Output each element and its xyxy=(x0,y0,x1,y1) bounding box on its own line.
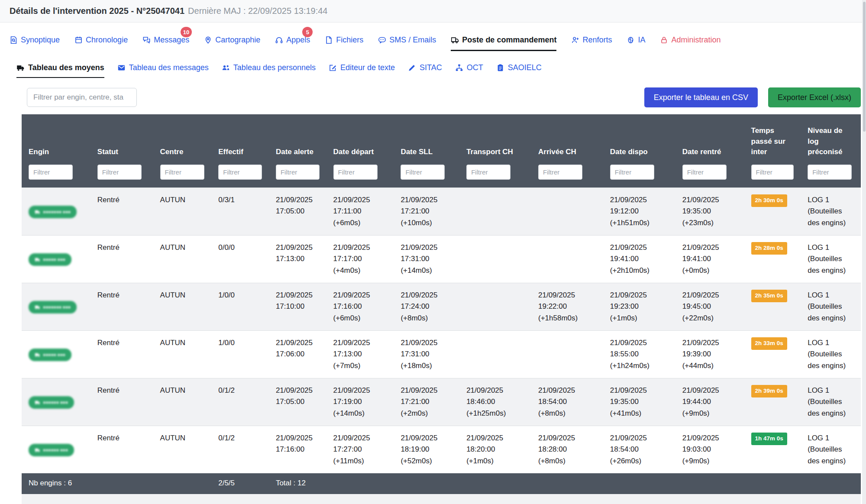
global-filter-input[interactable] xyxy=(27,88,137,107)
tab-appels[interactable]: 5 Appels xyxy=(275,36,310,51)
cell-effectif: 1/0/0 xyxy=(211,283,269,330)
subtab-label: Tableau des personnels xyxy=(233,63,316,72)
brain-icon xyxy=(627,36,635,44)
subtab-tableau-des-moyens[interactable]: Tableau des moyens xyxy=(16,63,104,78)
tab-ia[interactable]: IA xyxy=(627,36,645,51)
tab-fichiers[interactable]: Fichiers xyxy=(325,36,363,51)
col-engin: Engin xyxy=(22,114,90,163)
cell-date-alerte: 21/09/2025 17:05:00 xyxy=(269,378,326,426)
sms-icon xyxy=(378,36,386,44)
temps-badge: 2h 30m 0s xyxy=(751,194,787,207)
tab-administration[interactable]: Administration xyxy=(660,36,721,51)
engin-label: ●●●●●● ●●● xyxy=(43,446,68,454)
temps-inter-filter-input[interactable] xyxy=(751,165,794,180)
tab-sms-emails[interactable]: SMS / Emails xyxy=(378,36,436,51)
subtab-tableau-des-personnels[interactable]: Tableau des personnels xyxy=(222,63,316,78)
document-search-icon xyxy=(10,36,18,44)
tab-renforts[interactable]: Renforts xyxy=(571,36,612,51)
col-transport-ch: Transport CH xyxy=(459,114,531,163)
date-alerte-filter-input[interactable] xyxy=(276,165,320,180)
tab-chronologie[interactable]: Chronologie xyxy=(74,36,128,51)
col-date-sll: Date SLL xyxy=(394,114,459,163)
footer-total: Total : 12 xyxy=(269,473,326,494)
tab-messages[interactable]: 10 Messages xyxy=(142,36,189,51)
truck-icon xyxy=(35,257,40,262)
temps-badge: 2h 33m 0s xyxy=(751,337,787,350)
tab-poste-de-commandement[interactable]: Poste de commandement xyxy=(451,36,556,51)
truck-icon xyxy=(35,400,40,405)
cell-centre: AUTUN xyxy=(153,426,212,474)
table-row: ●●●●● ●●● Rentré AUTUN 0/0/0 21/09/2025 … xyxy=(22,235,861,283)
table-body: ●●●●●●● ●●● Rentré AUTUN 0/3/1 21/09/202… xyxy=(22,187,861,473)
cell-date-dispo: 21/09/2025 18:54:00 (+26m0s) xyxy=(603,426,675,474)
table-row: ●●●●●● ●●● Rentré AUTUN 0/1/2 21/09/2025… xyxy=(22,426,861,474)
tab-synoptique[interactable]: Synoptique xyxy=(10,36,60,51)
export-excel-button[interactable]: Exporter Excel (.xlsx) xyxy=(768,87,861,107)
appels-count-badge: 5 xyxy=(302,27,313,37)
cell-effectif: 0/1/2 xyxy=(211,378,269,426)
subtab-label: SITAC xyxy=(420,63,442,72)
subtab-oct[interactable]: OCT xyxy=(455,63,483,78)
vertical-scrollbar[interactable] xyxy=(862,0,866,504)
cell-statut: Rentré xyxy=(90,331,153,378)
truck-icon xyxy=(451,36,459,44)
cell-date-depart: 21/09/2025 17:27:00 (+11m0s) xyxy=(326,426,394,474)
temps-badge: 1h 47m 0s xyxy=(751,433,787,445)
date-dispo-filter-input[interactable] xyxy=(610,165,654,180)
cell-date-dispo: 21/09/2025 18:55:00 (+1h24m0s) xyxy=(603,331,675,378)
engin-filter-input[interactable] xyxy=(29,165,73,180)
cell-centre: AUTUN xyxy=(153,235,212,283)
cell-effectif: 0/0/0 xyxy=(211,235,269,283)
cell-effectif: 0/3/1 xyxy=(211,187,269,235)
engin-badge[interactable]: ●●●●● ●●● xyxy=(29,253,71,266)
tab-cartographie[interactable]: Cartographie xyxy=(204,36,260,51)
cell-transport-ch xyxy=(459,283,531,330)
cell-arrivee-ch xyxy=(531,235,603,283)
cell-effectif: 1/0/0 xyxy=(211,331,269,378)
cell-arrivee-ch: 21/09/2025 19:22:00 (+1h58m0s) xyxy=(531,283,603,330)
cell-date-rentre: 21/09/2025 19:41:00 (+0m0s) xyxy=(675,235,744,283)
cell-date-dispo: 21/09/2025 19:41:00 (+2h10m0s) xyxy=(603,235,675,283)
col-temps-inter: Temps passé sur inter xyxy=(744,114,801,163)
centre-filter-input[interactable] xyxy=(160,165,204,180)
engin-badge[interactable]: ●●●●●●● ●●● xyxy=(29,206,77,218)
statut-filter-input[interactable] xyxy=(97,165,142,180)
cell-statut: Rentré xyxy=(90,283,153,330)
cell-engin: ●●●●● ●●● xyxy=(22,235,90,283)
subtab-editeur-de-texte[interactable]: Editeur de texte xyxy=(329,63,395,78)
scrollbar-thumb[interactable] xyxy=(863,2,866,132)
engin-badge[interactable]: ●●●●● ●●● xyxy=(29,349,71,361)
cell-statut: Rentré xyxy=(90,235,153,283)
cell-date-sll: 21/09/2025 17:31:00 (+18m0s) xyxy=(394,331,459,378)
subtab-saoielc[interactable]: SAOIELC xyxy=(496,63,542,78)
col-date-depart: Date départ xyxy=(326,114,394,163)
subtab-sitac[interactable]: SITAC xyxy=(408,63,442,78)
engin-label: ●●●●●● ●●● xyxy=(43,399,68,406)
engin-badge[interactable]: ●●●●●● ●●● xyxy=(29,444,74,456)
table-row: ●●●●●●● ●●● Rentré AUTUN 0/3/1 21/09/202… xyxy=(22,187,861,235)
tab-label: Fichiers xyxy=(336,36,363,45)
date-depart-filter-input[interactable] xyxy=(333,165,378,180)
truck-icon xyxy=(35,304,40,310)
cell-effectif: 0/1/2 xyxy=(211,426,269,474)
engin-badge[interactable]: ●●●●●●● ●●● xyxy=(29,301,77,313)
niveau-log-filter-input[interactable] xyxy=(808,165,852,180)
subtab-tableau-des-messages[interactable]: Tableau des messages xyxy=(117,63,209,78)
filter-row xyxy=(22,163,861,188)
temps-badge: 2h 28m 0s xyxy=(751,242,787,255)
transport-ch-filter-input[interactable] xyxy=(466,165,511,180)
engin-label: ●●●●●●● ●●● xyxy=(43,304,71,311)
cell-centre: AUTUN xyxy=(153,331,212,378)
cell-date-rentre: 21/09/2025 19:03:00 (+9m0s) xyxy=(675,426,744,474)
effectif-filter-input[interactable] xyxy=(218,165,262,180)
pencil-icon xyxy=(408,64,416,72)
arrivee-ch-filter-input[interactable] xyxy=(538,165,582,180)
export-csv-button[interactable]: Exporter le tableau en CSV xyxy=(644,87,758,107)
cell-date-alerte: 21/09/2025 17:06:00 xyxy=(269,331,326,378)
col-date-rentre: Date rentré xyxy=(675,114,744,163)
tab-label: Chronologie xyxy=(86,36,128,45)
engin-badge[interactable]: ●●●●●● ●●● xyxy=(29,396,74,409)
footer-nb-engins: Nb engins : 6 xyxy=(22,473,90,494)
date-sll-filter-input[interactable] xyxy=(401,165,445,180)
date-rentre-filter-input[interactable] xyxy=(682,165,727,180)
